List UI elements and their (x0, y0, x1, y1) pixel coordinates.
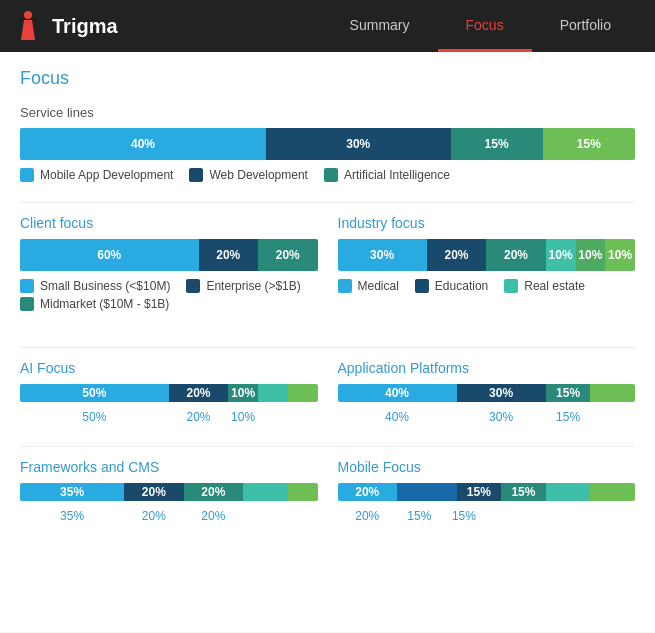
app-platforms-col: Application Platforms 40%30%15% 40%30%15… (338, 360, 636, 430)
bar-segment (546, 483, 591, 501)
svg-marker-1 (21, 20, 35, 40)
bar-segment: 15% (451, 128, 543, 160)
frameworks-mobile-row: Frameworks and CMS 35%20%20% 35%20%20% M… (20, 459, 635, 529)
industry-focus-title: Industry focus (338, 215, 636, 231)
bar-segment: 20% (199, 239, 259, 271)
bar-segment: 20% (169, 384, 229, 402)
bar-segment: 15% (546, 384, 591, 402)
app-platforms-title: Application Platforms (338, 360, 636, 376)
app-platforms-bar: 40%30%15% (338, 384, 636, 402)
nav-tabs: Summary Focus Portfolio (322, 0, 639, 52)
tab-portfolio[interactable]: Portfolio (532, 0, 639, 52)
ai-app-row: AI Focus 50%20%10% 50%20%10% Application… (20, 360, 635, 430)
bar-label: 40% (338, 410, 457, 424)
focus-row: Client focus 60%20%20% Small Business (<… (20, 215, 635, 331)
mobile-focus-col: Mobile Focus 20%15%15% 20%15%15% (338, 459, 636, 529)
legend-color (186, 279, 200, 293)
frameworks-cms-title: Frameworks and CMS (20, 459, 318, 475)
legend-item: Education (415, 279, 488, 293)
header: Trigma Summary Focus Portfolio (0, 0, 655, 52)
legend-color (20, 297, 34, 311)
service-lines-legend: Mobile App DevelopmentWeb DevelopmentArt… (20, 168, 635, 182)
mobile-focus-bar: 20%15%15% (338, 483, 636, 501)
bar-segment: 60% (20, 239, 199, 271)
legend-item: Medical (338, 279, 399, 293)
legend-item: Mobile App Development (20, 168, 173, 182)
bar-segment: 20% (338, 483, 398, 501)
app-title: Trigma (52, 15, 118, 38)
bar-segment (590, 483, 635, 501)
bar-segment: 30% (338, 239, 427, 271)
bar-segment: 20% (124, 483, 184, 501)
bar-label: 20% (124, 509, 184, 523)
industry-focus-col: Industry focus 30%20%20%10%10%10% Medica… (338, 215, 636, 331)
bar-label: 20% (184, 509, 244, 523)
legend-color (338, 279, 352, 293)
legend-label: Mobile App Development (40, 168, 173, 182)
bar-segment: 15% (457, 483, 502, 501)
bar-segment: 20% (258, 239, 318, 271)
mobile-focus-labels: 20%15%15% (338, 509, 636, 523)
bar-label: 10% (228, 410, 258, 424)
legend-color (189, 168, 203, 182)
tab-focus[interactable]: Focus (438, 0, 532, 52)
logo-icon (16, 10, 40, 42)
content-area: Focus Service lines 40%30%15%15% Mobile … (0, 52, 655, 632)
industry-focus-legend: MedicalEducationReal estate (338, 279, 636, 293)
bar-label: 30% (457, 410, 546, 424)
legend-label: Web Development (209, 168, 308, 182)
bar-segment: 40% (20, 128, 266, 160)
legend-item: Web Development (189, 168, 308, 182)
legend-item: Small Business (<$10M) (20, 279, 170, 293)
svg-point-0 (24, 11, 32, 19)
service-lines-label: Service lines (20, 105, 635, 120)
legend-label: Enterprise (>$1B) (206, 279, 300, 293)
bar-segment: 20% (427, 239, 487, 271)
legend-item: Enterprise (>$1B) (186, 279, 300, 293)
ai-focus-col: AI Focus 50%20%10% 50%20%10% (20, 360, 318, 430)
legend-color (20, 279, 34, 293)
industry-focus-bar: 30%20%20%10%10%10% (338, 239, 636, 271)
frameworks-cms-labels: 35%20%20% (20, 509, 318, 523)
bar-segment: 10% (605, 239, 635, 271)
legend-label: Small Business (<$10M) (40, 279, 170, 293)
client-focus-bar: 60%20%20% (20, 239, 318, 271)
client-focus-legend: Small Business (<$10M)Enterprise (>$1B)M… (20, 279, 318, 311)
bar-segment: 40% (338, 384, 457, 402)
bar-segment: 10% (546, 239, 576, 271)
bar-segment: 10% (228, 384, 258, 402)
legend-item: Real estate (504, 279, 585, 293)
service-lines-section: Service lines 40%30%15%15% Mobile App De… (20, 105, 635, 182)
bar-segment: 35% (20, 483, 124, 501)
frameworks-cms-col: Frameworks and CMS 35%20%20% 35%20%20% (20, 459, 318, 529)
bar-segment: 15% (501, 483, 546, 501)
legend-label: Medical (358, 279, 399, 293)
client-focus-col: Client focus 60%20%20% Small Business (<… (20, 215, 318, 331)
bar-label: 20% (338, 509, 398, 523)
legend-label: Education (435, 279, 488, 293)
bar-segment: 30% (457, 384, 546, 402)
tab-summary[interactable]: Summary (322, 0, 438, 52)
mobile-focus-title: Mobile Focus (338, 459, 636, 475)
frameworks-cms-bar: 35%20%20% (20, 483, 318, 501)
legend-label: Midmarket ($10M - $1B) (40, 297, 169, 311)
service-lines-bar: 40%30%15%15% (20, 128, 635, 160)
ai-focus-title: AI Focus (20, 360, 318, 376)
legend-label: Artificial Intelligence (344, 168, 450, 182)
bar-label: 20% (169, 410, 229, 424)
legend-item: Midmarket ($10M - $1B) (20, 297, 169, 311)
legend-color (20, 168, 34, 182)
bar-segment (288, 483, 318, 501)
bar-segment: 30% (266, 128, 451, 160)
bar-label: 15% (546, 410, 591, 424)
legend-item: Artificial Intelligence (324, 168, 450, 182)
bar-segment: 10% (576, 239, 606, 271)
bar-segment (258, 384, 288, 402)
ai-focus-bar: 50%20%10% (20, 384, 318, 402)
bar-label: 35% (20, 509, 124, 523)
bar-label: 15% (397, 509, 442, 523)
bar-segment: 20% (486, 239, 546, 271)
bar-segment: 50% (20, 384, 169, 402)
app-platforms-labels: 40%30%15% (338, 410, 636, 424)
legend-color (504, 279, 518, 293)
